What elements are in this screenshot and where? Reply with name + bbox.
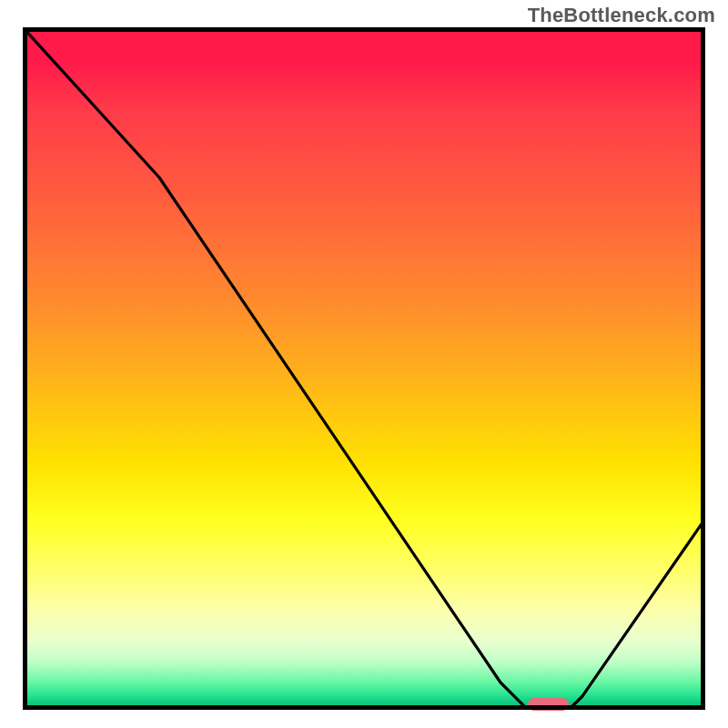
chart-container: TheBottleneck.com [0, 0, 728, 728]
watermark-text: TheBottleneck.com [528, 4, 715, 27]
plot-gradient-background [23, 27, 705, 710]
